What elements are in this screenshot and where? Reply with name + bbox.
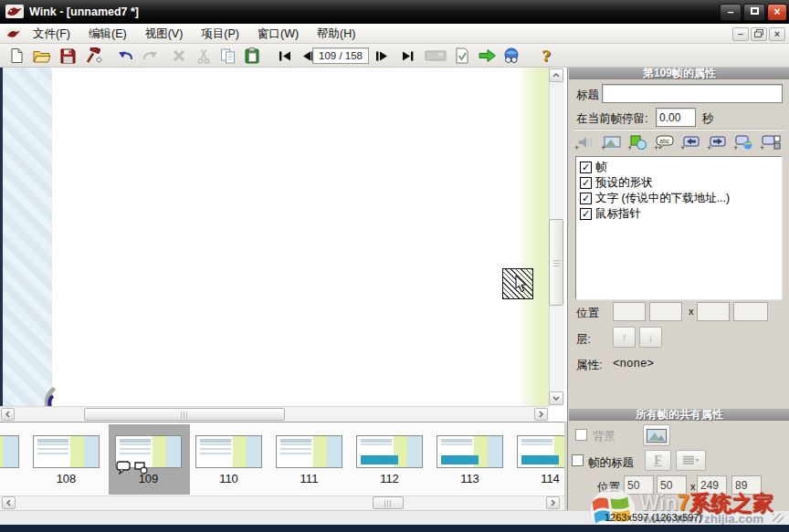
mdi-minimize-button[interactable]: – bbox=[732, 27, 749, 41]
canvas-vscroll-down-button[interactable] bbox=[549, 391, 563, 405]
delete-button[interactable] bbox=[168, 46, 190, 66]
add-shape-button[interactable]: + bbox=[626, 132, 649, 152]
filmstrip-scroll-right-button[interactable] bbox=[546, 496, 560, 509]
cut-button[interactable] bbox=[193, 46, 215, 66]
frame-title-font-button[interactable]: F bbox=[645, 450, 671, 471]
hammer-icon bbox=[84, 47, 102, 64]
layer-item-frame[interactable]: ✓ 帧 bbox=[580, 160, 777, 175]
frames-y-input[interactable] bbox=[657, 475, 687, 495]
frame-thumbnail-110[interactable] bbox=[195, 435, 262, 468]
add-textbox-button[interactable]: abc+ bbox=[652, 132, 676, 152]
menu-window[interactable]: 窗口(W) bbox=[248, 24, 308, 44]
maximize-button[interactable] bbox=[743, 4, 765, 21]
render-settings-button[interactable] bbox=[451, 46, 473, 66]
mdi-close-button[interactable]: × bbox=[769, 27, 785, 41]
frame-title-checkbox[interactable] bbox=[572, 454, 584, 466]
menu-help[interactable]: 帮助(H) bbox=[308, 24, 364, 44]
frame-thumbnail-113[interactable] bbox=[437, 435, 503, 468]
first-frame-button[interactable] bbox=[274, 46, 296, 66]
frame-number-114[interactable]: 114 bbox=[517, 472, 564, 485]
frame-title-input[interactable] bbox=[602, 84, 783, 103]
add-prev-frame-button-object[interactable]: + bbox=[679, 132, 702, 152]
menu-file[interactable]: 文件(F) bbox=[24, 24, 79, 44]
frame-number-109[interactable]: 109 bbox=[115, 472, 182, 485]
add-goto-frame-button[interactable]: + bbox=[758, 132, 782, 152]
frame-number-108[interactable]: 108 bbox=[33, 472, 100, 485]
frame-thumbnail-partial[interactable] bbox=[0, 435, 19, 468]
checkbox-checked-icon[interactable]: ✓ bbox=[580, 177, 592, 189]
frame-thumbnail-114[interactable] bbox=[517, 435, 564, 468]
paste-button[interactable] bbox=[241, 46, 263, 66]
canvas-vscroll-thumb[interactable] bbox=[549, 219, 563, 306]
stay-duration-input[interactable] bbox=[656, 108, 696, 127]
layer-up-button[interactable]: ↑ bbox=[613, 327, 636, 348]
frame-number-111[interactable]: 111 bbox=[276, 472, 342, 485]
render-button[interactable] bbox=[477, 46, 499, 66]
common-position-label: 位置 bbox=[597, 480, 620, 495]
canvas-hscroll-thumb[interactable] bbox=[84, 408, 285, 421]
object-height-input[interactable] bbox=[733, 302, 768, 321]
canvas-vscroll-up-button[interactable] bbox=[549, 68, 563, 82]
help-button[interactable]: ? bbox=[535, 46, 557, 66]
filmstrip-scroll-track[interactable] bbox=[0, 495, 564, 510]
frames-height-input[interactable] bbox=[731, 475, 762, 495]
add-next-frame-button-object[interactable]: + bbox=[705, 132, 729, 152]
document-icon bbox=[6, 27, 21, 44]
position-x-separator: x bbox=[689, 306, 694, 317]
object-width-input[interactable] bbox=[697, 302, 730, 321]
layer-label: 文字 (传说中的下载地址...) bbox=[595, 191, 730, 206]
frame-number-110[interactable]: 110 bbox=[195, 472, 262, 485]
frame-counter-display[interactable]: 109 / 158 bbox=[312, 47, 369, 64]
layer-list: ✓ 帧 ✓ 预设的形状 ✓ 文字 (传说中的下载地址...) ✓ 鼠标指针 bbox=[575, 156, 782, 299]
layer-item-mouse-pointer[interactable]: ✓ 鼠标指针 bbox=[580, 206, 777, 222]
undo-button[interactable] bbox=[115, 46, 137, 66]
render-project-button[interactable] bbox=[82, 46, 104, 66]
save-project-button[interactable] bbox=[57, 46, 79, 66]
frame-number-113[interactable]: 113 bbox=[437, 472, 503, 485]
stay-duration-label: 在当前帧停留: bbox=[576, 111, 647, 127]
filmstrip-scroll-thumb[interactable] bbox=[373, 496, 404, 509]
checkbox-checked-icon[interactable]: ✓ bbox=[580, 162, 592, 173]
object-y-input[interactable] bbox=[649, 302, 682, 321]
filmstrip-scroll-left-button[interactable] bbox=[2, 496, 16, 509]
add-audio-button[interactable]: + bbox=[573, 132, 596, 152]
minimize-button[interactable]: – bbox=[720, 4, 742, 21]
capture-button[interactable] bbox=[422, 46, 449, 66]
frame-title-align-button[interactable] bbox=[676, 450, 706, 471]
menu-view[interactable]: 视图(V) bbox=[136, 24, 193, 44]
checkbox-checked-icon[interactable]: ✓ bbox=[580, 208, 592, 220]
next-frame-button[interactable] bbox=[371, 46, 393, 66]
window-title: Wink - [unnamed7 *] bbox=[29, 0, 139, 24]
background-checkbox[interactable] bbox=[575, 429, 587, 441]
menu-edit[interactable]: 编辑(E) bbox=[79, 24, 136, 44]
frame-number-112[interactable]: 112 bbox=[356, 472, 423, 485]
view-rendered-output-button[interactable] bbox=[500, 46, 522, 66]
canvas-hscroll-left-button[interactable] bbox=[1, 408, 15, 421]
frames-x-input[interactable] bbox=[624, 475, 654, 495]
layer-item-text[interactable]: ✓ 文字 (传说中的下载地址...) bbox=[580, 191, 777, 206]
canvas-hscroll-right-button[interactable] bbox=[534, 408, 548, 421]
frame-thumbnail-108[interactable] bbox=[33, 435, 100, 468]
layer-label: 鼠标指针 bbox=[595, 206, 641, 222]
new-project-button[interactable] bbox=[5, 46, 27, 66]
add-url-link-button[interactable]: + bbox=[731, 132, 755, 152]
menu-project[interactable]: 项目(P) bbox=[192, 24, 248, 44]
frame-thumbnail-111[interactable] bbox=[276, 435, 342, 468]
open-project-button[interactable] bbox=[31, 46, 53, 66]
close-button[interactable]: × bbox=[767, 4, 787, 21]
frames-width-input[interactable] bbox=[697, 475, 727, 495]
background-image-button[interactable] bbox=[643, 424, 670, 446]
speaker-icon: + bbox=[573, 133, 595, 151]
frame-thumbnail-112[interactable] bbox=[356, 435, 423, 468]
resize-grip[interactable] bbox=[773, 514, 784, 523]
add-image-button[interactable]: + bbox=[599, 132, 623, 152]
redo-button[interactable] bbox=[139, 46, 161, 66]
frame-page[interactable] bbox=[52, 68, 521, 406]
copy-button[interactable] bbox=[217, 46, 239, 66]
layer-item-preset-shapes[interactable]: ✓ 预设的形状 bbox=[580, 175, 777, 191]
layer-down-button[interactable]: ↓ bbox=[639, 327, 662, 348]
mdi-restore-button[interactable] bbox=[751, 27, 767, 41]
object-x-input[interactable] bbox=[613, 302, 646, 321]
last-frame-button[interactable] bbox=[396, 46, 418, 66]
checkbox-checked-icon[interactable]: ✓ bbox=[580, 193, 592, 204]
